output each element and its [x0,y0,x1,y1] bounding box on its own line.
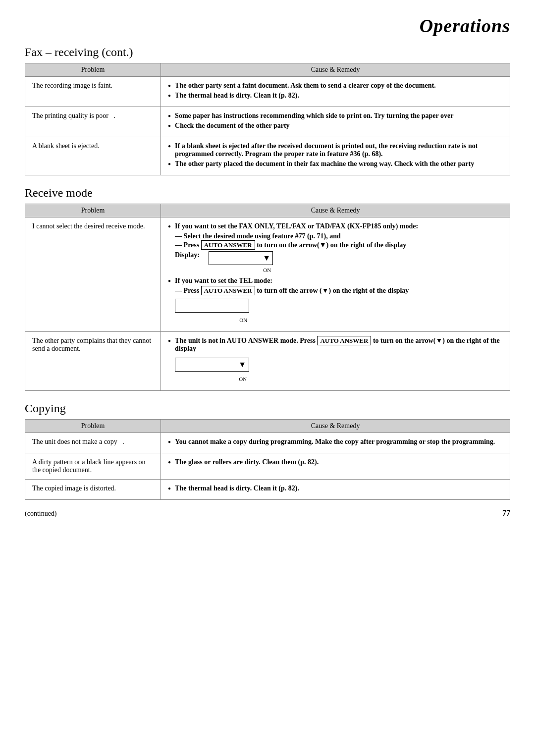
remedy-cell: The glass or rollers are dirty. Clean th… [161,453,510,480]
table-row: The unit does not make a copy . You cann… [25,433,510,453]
remedy-cell: The thermal head is dirty. Clean it (p. … [161,480,510,500]
section-copying: Copying Problem Cause & Remedy The unit … [25,402,510,500]
table-row: I cannot select the desired receive mode… [25,217,510,332]
table-row: A blank sheet is ejected. If a blank she… [25,137,510,175]
col-header-remedy-copying: Cause & Remedy [161,420,510,433]
table-row: The copied image is distorted. The therm… [25,480,510,500]
display-label: Display: [175,251,205,259]
section-title-fax: Fax – receiving (cont.) [25,46,510,59]
col-header-problem-receive: Problem [25,204,161,217]
page-title: Operations [25,15,510,37]
problem-cell: The printing quality is poor . [25,107,161,137]
table-row: The other party complains that they cann… [25,332,510,391]
section-fax-receiving: Fax – receiving (cont.) Problem Cause & … [25,46,510,175]
remedy-cell: If a blank sheet is ejected after the re… [161,137,510,175]
section-receive-mode: Receive mode Problem Cause & Remedy I ca… [25,186,510,391]
col-header-problem-fax: Problem [25,63,161,77]
display-box-fax-only: ▼ [209,251,273,265]
problem-cell: The other party complains that they cann… [25,332,161,391]
section-title-copying: Copying [25,402,510,415]
problem-cell: I cannot select the desired receive mode… [25,217,161,332]
section-title-receive: Receive mode [25,186,510,200]
col-header-problem-copying: Problem [25,420,161,433]
remedy-cell: If you want to set the FAX ONLY, TEL/FAX… [161,217,510,332]
problem-cell: A blank sheet is ejected. [25,137,161,175]
problem-cell: The unit does not make a copy . [25,433,161,453]
arrow-down-icon: ▼ [263,254,270,263]
table-row: A dirty pattern or a black line appears … [25,453,510,480]
footer-page-number: 77 [502,509,510,518]
remedy-cell: The other party sent a faint document. A… [161,77,510,107]
remedy-cell: You cannot make a copy during programmin… [161,433,510,453]
problem-cell: A dirty pattern or a black line appears … [25,453,161,480]
arrow-down-icon-2: ▼ [238,360,246,369]
footer: (continued) 77 [25,509,510,518]
table-row: The recording image is faint. The other … [25,77,510,107]
col-header-remedy-fax: Cause & Remedy [161,63,510,77]
table-row: The printing quality is poor . Some pape… [25,107,510,137]
display-box-tel [175,299,249,313]
footer-continued-label: (continued) [25,510,57,518]
problem-cell: The copied image is distorted. [25,480,161,500]
remedy-cell: Some paper has instructions recommending… [161,107,510,137]
remedy-cell: The unit is not in AUTO ANSWER mode. Pre… [161,332,510,391]
problem-cell: The recording image is faint. [25,77,161,107]
display-box-auto-answer: ▼ [175,358,249,372]
col-header-remedy-receive: Cause & Remedy [161,204,510,217]
